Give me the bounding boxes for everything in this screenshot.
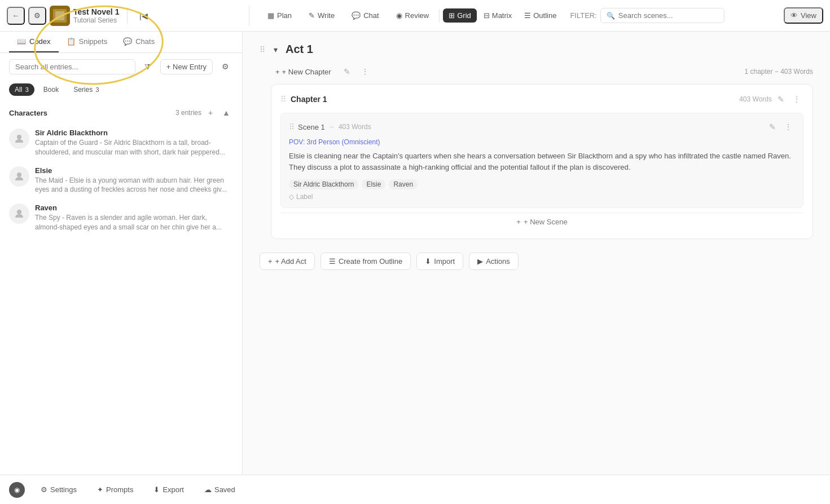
chat-icon: 💬 (352, 11, 361, 20)
settings-bar-item[interactable]: ⚙ Settings (36, 483, 81, 496)
sidebar-tab-codex[interactable]: 📖 Codex (9, 32, 59, 52)
chat-tab[interactable]: 💬 Chat (345, 8, 385, 23)
actions-button[interactable]: ▶ Actions (469, 253, 519, 270)
character-tag-3[interactable]: Raven (389, 179, 418, 189)
new-scene-label: + New Scene (524, 218, 568, 226)
filter-tab-all[interactable]: All 3 (9, 83, 34, 96)
outline-create-icon: ☰ (329, 257, 336, 266)
collapse-characters-button[interactable]: ▲ (219, 106, 233, 120)
plan-label: Plan (277, 11, 292, 20)
bottom-bar: ◉ ⚙ Settings ✦ Prompts ⬇ Export ☁ Saved (0, 475, 830, 504)
write-tab[interactable]: ✎ Write (302, 8, 341, 23)
novel-thumbnail (50, 6, 70, 26)
chapter-edit-button[interactable]: ✎ (340, 65, 354, 78)
settings-bar-label: Settings (50, 485, 77, 494)
codex-label: Codex (29, 37, 51, 46)
chapter-more-dots-icon: ⋮ (793, 95, 801, 104)
character-tag-2[interactable]: Elsie (362, 179, 385, 189)
filter-tab-book[interactable]: Book (38, 83, 64, 96)
scene-drag-handle[interactable]: ⠿ (289, 122, 295, 131)
act-drag-handle[interactable]: ⠿ (260, 45, 265, 54)
character-name-3: Raven (35, 204, 233, 212)
character-avatar-2 (9, 166, 29, 187)
character-desc-2: The Maid - Elsie is a young woman with a… (35, 176, 233, 195)
nav-section: ← ⚙ Test Novel 1 Tutorial Series |◀ (7, 6, 249, 26)
new-entry-button[interactable]: + New Entry (160, 59, 213, 74)
character-info-3: Raven The Spy - Raven is a slender and a… (35, 204, 233, 232)
review-tab[interactable]: ◉ Review (389, 8, 436, 23)
import-button[interactable]: ⬇ Import (416, 253, 463, 270)
chevron-up-icon: ▲ (222, 108, 230, 117)
filter-button[interactable]: ⧩ (140, 59, 156, 74)
scene-edit-button[interactable]: ✎ (766, 120, 779, 134)
chapter-words: 403 Words (739, 95, 772, 103)
eye-icon: 👁 (791, 11, 798, 20)
saved-bar-icon: ☁ (204, 485, 212, 494)
act-collapse-button[interactable]: ▾ (270, 44, 281, 55)
grid-view-button[interactable]: ⊞ Grid (443, 8, 477, 23)
add-character-button[interactable]: + (204, 106, 217, 120)
character-info-2: Elsie The Maid - Elsie is a young woman … (35, 166, 233, 195)
chapter-card-more-button[interactable]: ⋮ (790, 92, 803, 106)
scene-summary: Elsie is cleaning near the Captain's qua… (289, 151, 795, 173)
label-tag[interactable]: ◇ Label (289, 193, 795, 201)
sidebar-tab-chats[interactable]: 💬 Chats (115, 32, 163, 52)
saved-bar-item: ☁ Saved (200, 483, 240, 496)
scene-more-button[interactable]: ⋮ (781, 120, 795, 134)
user-avatar[interactable]: ◉ (9, 482, 25, 498)
character-name-1: Sir Aldric Blackthorn (35, 129, 233, 137)
svg-point-5 (17, 210, 21, 214)
scene-words: 403 Words (339, 123, 371, 131)
chapter-card-header: ⠿ Chapter 1 403 Words ✎ ⋮ (280, 92, 803, 106)
view-label: View (801, 11, 816, 20)
character-avatar-1 (9, 129, 29, 149)
plan-tab[interactable]: ▦ Plan (261, 8, 298, 23)
sidebar: 📖 Codex 📋 Snippets 💬 Chats ⧩ (0, 32, 243, 475)
scene-name: Scene 1 (298, 123, 325, 131)
prompts-bar-item[interactable]: ✦ Prompts (93, 483, 138, 496)
label-text: Label (296, 193, 313, 201)
plus-icon: + (275, 68, 280, 76)
character-item[interactable]: Raven The Spy - Raven is a slender and a… (9, 199, 233, 237)
filter-icon: ⧩ (144, 62, 151, 72)
add-act-button[interactable]: + + Add Act (260, 253, 315, 270)
outline-view-button[interactable]: ☰ Outline (519, 8, 562, 23)
back-button[interactable]: ← (7, 7, 25, 25)
search-input[interactable] (618, 11, 718, 20)
chapter-card-edit-button[interactable]: ✎ (774, 92, 788, 106)
sidebar-search-input[interactable] (15, 63, 129, 71)
edit-icon: ✎ (344, 67, 350, 76)
character-desc-3: The Spy - Raven is a slender and agile w… (35, 213, 233, 232)
gear-icon: ⚙ (34, 11, 41, 20)
sidebar-tab-snippets[interactable]: 📋 Snippets (59, 32, 116, 52)
avatar-icon: ◉ (14, 486, 20, 494)
character-tag-1[interactable]: Sir Aldric Blackthorn (289, 179, 358, 189)
collapse-icon: |◀ (139, 11, 148, 20)
export-bar-item[interactable]: ⬇ Export (149, 483, 188, 496)
view-toggle: ⊞ Grid ⊟ Matrix ☰ Outline (443, 8, 562, 23)
dash-separator: − (330, 122, 334, 131)
sidebar-tabs: 📖 Codex 📋 Snippets 💬 Chats (0, 32, 242, 53)
character-item[interactable]: Sir Aldric Blackthorn Captain of the Gua… (9, 124, 233, 162)
matrix-view-button[interactable]: ⊟ Matrix (478, 8, 517, 23)
all-count: 3 (25, 86, 29, 93)
settings-button[interactable]: ⚙ (28, 7, 46, 25)
scene-edit-icon: ✎ (769, 122, 776, 131)
create-from-outline-button[interactable]: ☰ Create from Outline (320, 253, 411, 270)
chapter-more-button[interactable]: ⋮ (358, 65, 372, 78)
collapse-sidebar-button[interactable]: |◀ (135, 8, 151, 24)
scene-more-icon: ⋮ (784, 122, 792, 131)
codex-settings-button[interactable]: ⚙ (217, 59, 233, 74)
new-scene-button[interactable]: + + New Scene (280, 213, 803, 231)
section-actions: 3 entries + ▲ (175, 106, 233, 120)
novel-title: Test Novel 1 (73, 7, 119, 16)
new-chapter-button[interactable]: + + New Chapter (271, 65, 336, 78)
chapter-bar: + + New Chapter ✎ ⋮ 1 chapter − 403 Word… (271, 65, 813, 78)
view-button[interactable]: 👁 View (784, 7, 823, 24)
top-bar: ← ⚙ Test Novel 1 Tutorial Series |◀ (0, 0, 830, 32)
chapter-card: ⠿ Chapter 1 403 Words ✎ ⋮ (271, 84, 813, 239)
chapter-drag-handle[interactable]: ⠿ (280, 95, 286, 104)
svg-rect-2 (55, 11, 64, 20)
filter-tab-series[interactable]: Series 3 (68, 83, 104, 96)
character-item[interactable]: Elsie The Maid - Elsie is a young woman … (9, 162, 233, 200)
